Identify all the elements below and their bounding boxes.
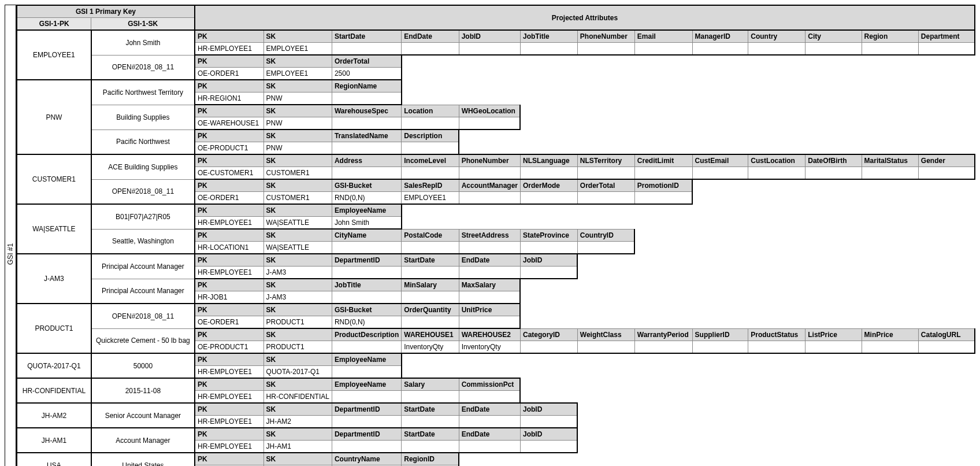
attr-header-cell: SK <box>263 428 332 441</box>
attr-header-cell: SK <box>263 328 332 341</box>
attr-header-cell: SupplierID <box>692 328 748 341</box>
attr-data-cell <box>577 43 634 56</box>
gsi-sk-cell: Quickcrete Cement - 50 lb bag <box>91 328 195 353</box>
attr-data-cell <box>520 167 577 180</box>
attr-data-cell <box>402 291 459 304</box>
gsi-sk-cell: Seattle, Washington <box>91 229 195 254</box>
attr-header-cell: ProductDescription <box>332 328 401 341</box>
attr-data-cell <box>805 43 862 56</box>
attr-header-cell: EndDate <box>459 428 520 441</box>
attr-header-cell: SK <box>263 30 332 43</box>
attr-header-cell: Gender <box>918 154 975 167</box>
attr-header-cell: NLSLanguage <box>520 154 577 167</box>
attr-data-cell: EMPLOYEE1 <box>402 192 459 205</box>
attr-data-cell: PNW <box>263 142 332 155</box>
attr-header-cell: PK <box>195 105 263 117</box>
attr-header-cell: PromotionID <box>634 179 692 192</box>
attr-data-cell: PRODUCT1 <box>263 316 332 329</box>
attr-header-cell: JobID <box>520 254 577 267</box>
attr-header-cell: SK <box>263 204 332 217</box>
attr-header-cell: WarehouseSpec <box>332 105 401 117</box>
attr-data-cell: JH-AM1 <box>263 441 332 453</box>
gsi-sk-cell: Pacific Northwest Territory <box>91 80 195 105</box>
attr-data-cell <box>402 142 459 155</box>
attr-data-cell <box>634 43 692 56</box>
attr-header-cell: EmployeeName <box>332 204 401 217</box>
attr-header-cell: PK <box>195 130 263 142</box>
attr-data-cell: HR-EMPLOYEE1 <box>195 366 263 379</box>
attr-header-cell: Salary <box>402 378 459 391</box>
attr-header-cell: EmployeeName <box>332 353 401 366</box>
attr-header-cell: OrderQuantity <box>402 304 459 316</box>
attr-header-cell: ManagerID <box>692 30 748 43</box>
attr-header-cell: PK <box>195 378 263 391</box>
attr-data-cell: OE-ORDER1 <box>195 68 263 80</box>
attr-data-cell <box>332 117 401 130</box>
attr-header-cell: SK <box>263 154 332 167</box>
gsi-table: GSI 1 Primary KeyProjected AttributesGSI… <box>16 5 975 466</box>
attr-data-cell: OE-PRODUCT1 <box>195 341 263 354</box>
gsi-side-label: GSI #1 <box>5 5 16 466</box>
attr-data-cell <box>402 242 459 254</box>
attr-header-cell: SK <box>263 55 332 68</box>
attr-header-cell: SK <box>263 279 332 291</box>
attr-header-cell: TranslatedName <box>332 130 401 142</box>
attr-data-cell <box>402 416 459 428</box>
attr-data-cell: J-AM3 <box>263 291 332 304</box>
attr-data-cell <box>577 341 634 354</box>
attr-data-cell <box>577 167 634 180</box>
attr-data-cell <box>332 341 401 354</box>
attr-data-cell: HR-EMPLOYEE1 <box>195 441 263 453</box>
attr-data-cell <box>332 267 401 279</box>
attr-header-cell: DepartmentID <box>332 254 401 267</box>
attr-header-cell: MinPrice <box>862 328 918 341</box>
attr-header-cell: MinSalary <box>402 279 459 291</box>
attr-header-cell: WAREHOUSE2 <box>459 328 520 341</box>
attr-data-cell: OE-ORDER1 <box>195 192 263 205</box>
attr-data-cell <box>459 316 520 329</box>
attr-header-cell: OrderMode <box>520 179 577 192</box>
gsi-pk-cell: WA|SEATTLE <box>17 204 91 254</box>
attr-header-cell: Department <box>918 30 975 43</box>
attr-header-cell: PK <box>195 254 263 267</box>
attr-data-cell <box>577 242 634 254</box>
attr-data-cell <box>402 117 459 130</box>
attr-header-cell: RegionName <box>332 80 401 93</box>
attr-header-cell: PostalCode <box>402 229 459 242</box>
attr-header-cell: JobID <box>520 403 577 416</box>
attr-data-cell <box>402 267 459 279</box>
attr-data-cell <box>459 416 520 428</box>
attr-header-cell: PK <box>195 80 263 93</box>
gsi-pk-cell: CUSTOMER1 <box>17 154 91 204</box>
attr-data-cell <box>748 167 805 180</box>
attr-header-cell: SK <box>263 254 332 267</box>
attr-data-cell <box>459 43 520 56</box>
attr-header-cell: CountryID <box>577 229 634 242</box>
attr-data-cell: JH-AM2 <box>263 416 332 428</box>
attr-data-cell <box>459 242 520 254</box>
gsi-sk-cell: Building Supplies <box>91 105 195 130</box>
attr-header-cell: OrderTotal <box>332 55 401 68</box>
attr-data-cell <box>520 43 577 56</box>
attr-header-cell: ProductStatus <box>748 328 805 341</box>
attr-data-cell <box>918 341 975 354</box>
attr-header-cell: Region <box>862 30 918 43</box>
attr-header-cell: JobID <box>520 428 577 441</box>
attr-header-cell: StartDate <box>402 403 459 416</box>
attr-header-cell: EndDate <box>459 254 520 267</box>
attr-data-cell: EMPLOYEE1 <box>263 43 332 56</box>
attr-data-cell: RND(0,N) <box>332 192 401 205</box>
attr-data-cell <box>459 291 520 304</box>
attr-data-cell <box>402 391 459 404</box>
attr-header-cell: Email <box>634 30 692 43</box>
attr-data-cell <box>520 441 577 453</box>
attr-data-cell: HR-EMPLOYEE1 <box>195 43 263 56</box>
attr-header-cell: PK <box>195 353 263 366</box>
attr-header-cell: ListPrice <box>805 328 862 341</box>
attr-data-cell: HR-EMPLOYEE1 <box>195 267 263 279</box>
gsi-sk-cell: OPEN#2018_08_11 <box>91 304 195 328</box>
attr-header-cell: WHGeoLocation <box>459 105 520 117</box>
attr-header-cell: AccountManager <box>459 179 520 192</box>
attr-header-cell: SK <box>263 130 332 142</box>
attr-data-cell: OE-ORDER1 <box>195 316 263 329</box>
